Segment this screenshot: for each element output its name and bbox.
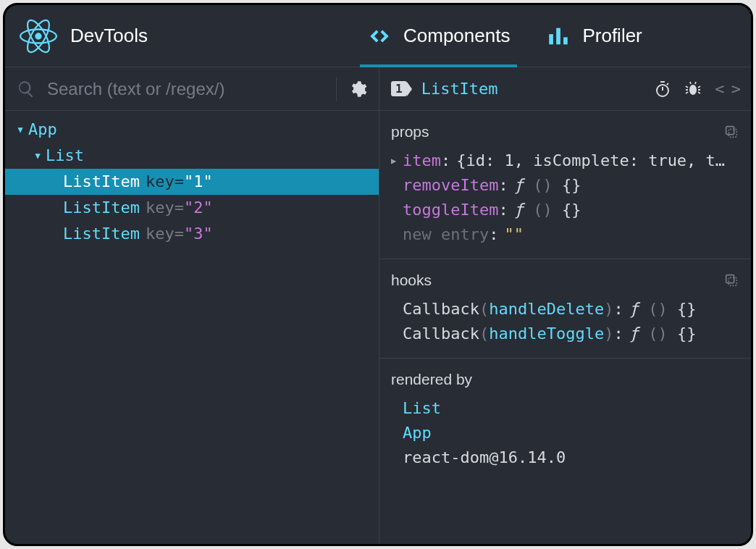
- component-name: ListItem: [63, 169, 140, 195]
- detail-actions: < >: [654, 80, 739, 98]
- divider: [336, 77, 337, 101]
- svg-point-8: [689, 85, 697, 95]
- tree-row-app[interactable]: ▼App: [5, 117, 379, 143]
- detail-title: ListItem: [417, 80, 644, 98]
- prop-name: toggleItem: [403, 198, 498, 222]
- callback-name: handleDelete: [489, 297, 604, 322]
- svg-rect-6: [564, 37, 568, 44]
- expand-arrow-icon[interactable]: ▼: [33, 143, 43, 169]
- tree-row-listitem[interactable]: ListItemkey="2": [5, 195, 379, 221]
- tab-label: Profiler: [582, 25, 642, 47]
- svg-rect-11: [728, 277, 736, 285]
- prop-row[interactable]: removeItem:ƒ () {}: [391, 173, 739, 198]
- copy-icon[interactable]: [723, 124, 739, 140]
- hook-name: Callback: [403, 322, 479, 346]
- prop-value[interactable]: "": [504, 222, 524, 247]
- component-name: List: [46, 143, 84, 169]
- tab-components[interactable]: Components: [367, 5, 510, 67]
- prop-row[interactable]: ▶item:{id: 1, isComplete: true, t…: [391, 148, 739, 173]
- hook-value: ƒ () {}: [629, 322, 697, 346]
- prop-row[interactable]: new entry:"": [391, 222, 739, 247]
- searchbar: [5, 67, 379, 111]
- callback-name: handleToggle: [489, 322, 604, 346]
- hook-value: ƒ () {}: [629, 297, 697, 322]
- source-icon[interactable]: < >: [715, 80, 739, 98]
- prop-name: new entry: [403, 222, 489, 247]
- prop-name: removeItem: [403, 173, 498, 198]
- tree-row-listitem[interactable]: ListItemkey="1": [5, 169, 379, 195]
- rendered-by-section: rendered by ListAppreact-dom@16.14.0: [379, 359, 751, 482]
- hooks-section: hooks Callback(handleDelete):ƒ () {}Call…: [379, 259, 751, 359]
- key-attr: key="3": [146, 221, 213, 247]
- props-section: props ▶item:{id: 1, isComplete: true, t……: [379, 111, 751, 259]
- tab-label: Components: [403, 25, 510, 47]
- rendered-by-row[interactable]: List: [391, 396, 739, 421]
- hook-row[interactable]: Callback(handleToggle):ƒ () {}: [391, 322, 739, 346]
- devtools-window: DevTools Components Profiler: [3, 3, 753, 546]
- key-attr: key="2": [146, 195, 213, 221]
- expand-arrow-icon: [391, 222, 401, 247]
- svg-rect-12: [726, 275, 734, 283]
- rendered-by-row: react-dom@16.14.0: [391, 445, 739, 470]
- key-badge: 1: [391, 81, 407, 96]
- section-label: hooks: [391, 268, 432, 293]
- prop-name: item: [403, 148, 441, 173]
- tabs: Components Profiler: [367, 5, 642, 67]
- component-name: ListItem: [63, 195, 140, 221]
- svg-rect-9: [728, 129, 736, 137]
- rendered-by-row[interactable]: App: [391, 421, 739, 445]
- body: ▼App▼ListListItemkey="1"ListItemkey="2"L…: [5, 67, 751, 544]
- expand-arrow-icon[interactable]: ▶: [391, 148, 401, 173]
- tree-row-list[interactable]: ▼List: [5, 143, 379, 169]
- react-logo-icon: [20, 17, 57, 55]
- section-label: rendered by: [391, 367, 472, 392]
- key-attr: key="1": [146, 169, 213, 195]
- tab-profiler[interactable]: Profiler: [546, 5, 642, 67]
- svg-rect-4: [550, 34, 554, 44]
- stopwatch-icon[interactable]: [654, 80, 671, 98]
- expand-arrow-icon[interactable]: ▼: [15, 117, 25, 143]
- branding: DevTools: [20, 17, 367, 55]
- prop-value: ƒ () {}: [514, 198, 581, 222]
- prop-value: {id: 1, isComplete: true, t…: [456, 148, 725, 173]
- prop-value: ƒ () {}: [514, 173, 581, 198]
- app-title: DevTools: [70, 25, 148, 47]
- prop-row[interactable]: toggleItem:ƒ () {}: [391, 198, 739, 222]
- copy-icon[interactable]: [723, 272, 739, 288]
- left-panel: ▼App▼ListListItemkey="1"ListItemkey="2"L…: [5, 67, 379, 544]
- search-input[interactable]: [47, 79, 324, 99]
- section-label: props: [391, 120, 429, 144]
- detail-header: 1 ListItem < >: [379, 67, 751, 111]
- component-tree: ▼App▼ListListItemkey="1"ListItemkey="2"L…: [5, 111, 379, 247]
- hook-name: Callback: [403, 297, 479, 322]
- expand-arrow-icon: [391, 198, 401, 222]
- right-panel: 1 ListItem < >: [379, 67, 751, 544]
- component-name: App: [28, 117, 57, 143]
- code-brackets-icon: [367, 24, 392, 49]
- bars-icon: [546, 24, 571, 49]
- search-icon: [17, 80, 35, 99]
- expand-arrow-icon: [391, 173, 401, 198]
- bug-icon[interactable]: [684, 80, 702, 98]
- svg-point-0: [35, 33, 41, 39]
- svg-rect-10: [726, 127, 734, 135]
- svg-rect-5: [557, 28, 561, 44]
- tree-row-listitem[interactable]: ListItemkey="3": [5, 221, 379, 247]
- gear-icon[interactable]: [348, 80, 367, 99]
- hook-row[interactable]: Callback(handleDelete):ƒ () {}: [391, 297, 739, 322]
- header: DevTools Components Profiler: [5, 5, 751, 67]
- component-name: ListItem: [63, 221, 140, 247]
